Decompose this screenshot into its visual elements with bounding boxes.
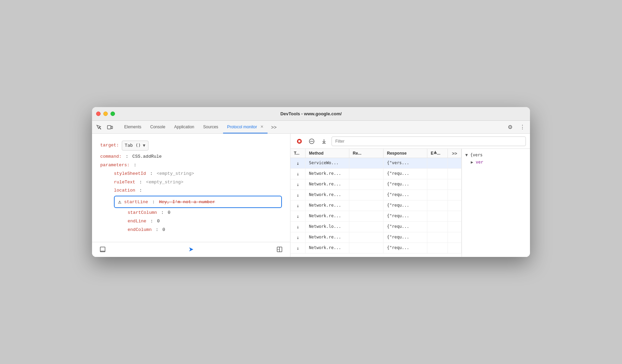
pm-table-header: T... Method Re... Response E≜... >>: [290, 149, 462, 158]
col-extra: E≜...: [427, 149, 448, 158]
parameters-row: parameters: :: [100, 162, 282, 169]
tab-application[interactable]: Application: [170, 121, 198, 133]
maximize-button[interactable]: [111, 112, 115, 116]
table-row[interactable]: ↓ Network.re... {"requ...: [290, 200, 462, 211]
row-method: Network.re...: [306, 200, 349, 211]
row-more: [448, 190, 462, 200]
pm-table-body: ↓ ServiceWo... {"vers... ↓ Network.re...…: [290, 158, 462, 257]
row-request: [349, 243, 384, 253]
row-response: {"requ...: [384, 169, 427, 179]
startcolumn-row: startColumn : 0: [100, 209, 282, 217]
endcolumn-row: endColumn : 0: [100, 226, 282, 234]
row-more: [448, 232, 462, 243]
expand-icon[interactable]: ▼: [465, 153, 468, 157]
table-row[interactable]: ↓ Network.re... {"requ...: [290, 190, 462, 200]
row-extra: [427, 200, 448, 211]
row-method: Network.re...: [306, 190, 349, 200]
row-type: ↓: [290, 222, 306, 232]
console-toggle-button[interactable]: [98, 244, 108, 255]
table-row[interactable]: ↓ Network.re... {"requ...: [290, 211, 462, 222]
row-more: [448, 169, 462, 179]
endcolumn-value: 0: [163, 227, 165, 232]
table-row[interactable]: ↓ Network.re... {"requ...: [290, 243, 462, 254]
devtools-window: DevTools - www.google.com/ Elements Cons…: [92, 107, 530, 257]
tab-elements[interactable]: Elements: [120, 121, 145, 133]
row-response: {"vers...: [384, 158, 427, 168]
tab-close-icon[interactable]: ✕: [260, 125, 263, 129]
ruletext-value: <empty_string>: [146, 180, 183, 185]
right-detail-panel: ▼ {vers ▶ ver: [462, 149, 530, 257]
settings-button[interactable]: ⚙: [505, 122, 515, 132]
row-response: {"requ...: [384, 200, 427, 211]
ruletext-row: ruleText : <empty_string>: [100, 179, 282, 186]
stylesheetid-row: styleSheetId : <empty_string>: [100, 170, 282, 178]
startcolumn-label: startColumn: [128, 210, 157, 215]
minimize-button[interactable]: [103, 112, 108, 116]
left-panel: target: Tab () ▼ command: : CSS.addRule …: [92, 134, 290, 257]
split-view-button[interactable]: [274, 244, 285, 255]
startline-value: Hey, I'm not a number: [159, 199, 215, 205]
tab-sources[interactable]: Sources: [199, 121, 222, 133]
row-extra: [427, 190, 448, 200]
table-row[interactable]: ↓ Network.re... {"requ...: [290, 232, 462, 243]
pm-clear-button[interactable]: [307, 136, 316, 146]
row-response: {"requ...: [384, 222, 427, 232]
col-more[interactable]: >>: [448, 149, 462, 158]
svg-rect-1: [107, 126, 111, 129]
row-type: ↓: [290, 232, 306, 243]
endline-value: 0: [157, 219, 160, 224]
target-row: target: Tab () ▼: [100, 141, 282, 151]
table-row[interactable]: ↓ Network.re... {"requ...: [290, 179, 462, 190]
pm-stop-button[interactable]: [295, 136, 304, 146]
pm-download-button[interactable]: [319, 136, 329, 146]
row-extra: [427, 211, 448, 221]
row-extra: [427, 158, 448, 168]
tabs-right-actions: ⚙ ⋮: [505, 121, 527, 133]
endline-row: endLine : 0: [100, 218, 282, 225]
table-row[interactable]: ↓ ServiceWo... {"vers...: [290, 158, 462, 169]
command-row: command: : CSS.addRule: [100, 153, 282, 160]
row-request: [349, 158, 384, 168]
row-type: ↓: [290, 243, 306, 253]
table-row[interactable]: ↓ Network.lo... {"requ...: [290, 222, 462, 232]
close-button[interactable]: [96, 112, 101, 116]
endcolumn-label: endColumn: [128, 227, 152, 232]
traffic-lights: [96, 112, 115, 116]
row-request: [349, 179, 384, 190]
row-more: [448, 222, 462, 232]
svg-marker-5: [189, 247, 193, 251]
dropdown-arrow-icon: ▼: [143, 142, 145, 149]
tab-protocol-monitor[interactable]: Protocol monitor ✕: [223, 121, 268, 133]
tab-console[interactable]: Console: [146, 121, 169, 133]
startline-highlighted-row: ⚠️ startLine : Hey, I'm not a number: [114, 196, 282, 208]
row-extra: [427, 179, 448, 190]
col-request: Re...: [349, 149, 384, 158]
target-label: target:: [100, 142, 119, 149]
row-type: ↓: [290, 190, 306, 200]
row-extra: [427, 169, 448, 179]
row-more: [448, 243, 462, 253]
send-button[interactable]: [186, 244, 196, 255]
col-method: Method: [306, 149, 349, 158]
target-dropdown[interactable]: Tab () ▼: [122, 141, 148, 151]
more-options-button[interactable]: ⋮: [518, 122, 527, 132]
row-request: [349, 222, 384, 232]
endline-label: endLine: [128, 219, 146, 224]
startline-label: startLine: [124, 199, 148, 205]
pm-table-area: T... Method Re... Response E≜... >> ↓ Se…: [290, 149, 462, 257]
detail-item: ▼ {vers: [465, 152, 527, 158]
ruletext-label: ruleText: [114, 180, 135, 185]
titlebar: DevTools - www.google.com/: [92, 107, 530, 121]
row-response: {"requ...: [384, 179, 427, 190]
device-toolbar-icon[interactable]: [106, 123, 114, 131]
collapse-icon[interactable]: ▶: [471, 160, 473, 165]
inspect-icon[interactable]: [95, 123, 103, 131]
row-more: [448, 200, 462, 211]
table-row[interactable]: ↓ Network.re... {"requ...: [290, 169, 462, 179]
window-title: DevTools - www.google.com/: [280, 111, 341, 116]
col-type: T...: [290, 149, 306, 158]
row-response: {"requ...: [384, 243, 427, 253]
main-content: target: Tab () ▼ command: : CSS.addRule …: [92, 134, 530, 257]
tabs-more-button[interactable]: >>: [268, 121, 279, 133]
pm-filter-input[interactable]: [332, 136, 526, 146]
